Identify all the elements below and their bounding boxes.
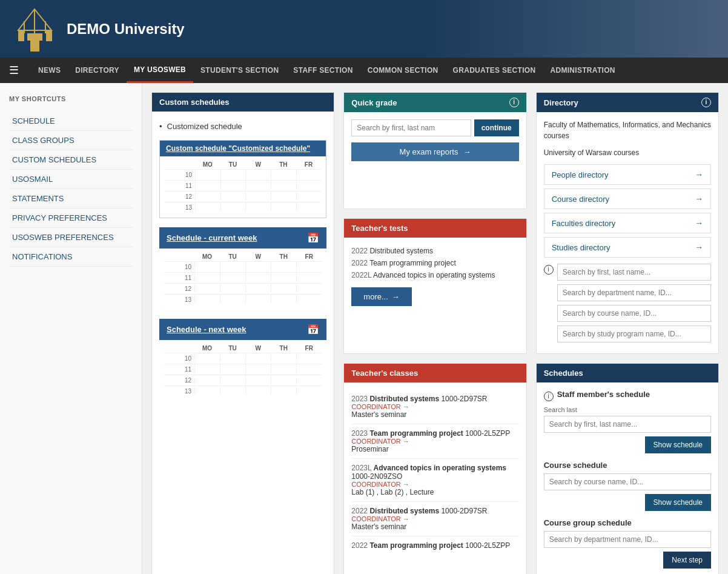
schedules-header: Schedules xyxy=(537,364,718,382)
nxt-cal-row-13: 13 xyxy=(164,385,322,396)
class-coordinator-1[interactable]: COORDINATOR → xyxy=(351,438,518,445)
test-year-1: 2022 xyxy=(351,259,368,267)
cur-cal-row-11: 11 xyxy=(164,272,322,283)
schedule-current-week-header[interactable]: Schedule - current week 📅 xyxy=(159,227,326,249)
directory-header: Directory i xyxy=(537,93,718,112)
sidebar-item-schedule[interactable]: SCHEDULE xyxy=(9,112,133,131)
group-schedule-search-input[interactable] xyxy=(544,531,711,548)
main-nav: ☰ NEWS DIRECTORY MY USOSWEB STUDENT'S SE… xyxy=(0,58,728,83)
search-by-course-input[interactable] xyxy=(557,305,711,322)
nav-graduates-section[interactable]: GRADUATES SECTION xyxy=(446,58,543,83)
sidebar-item-class-groups[interactable]: CLASS GROUPS xyxy=(9,131,133,150)
class-code-3: 1000-2D97SR xyxy=(441,507,487,515)
sidebar-item-privacy-preferences[interactable]: PRIVACY PREFERENCES xyxy=(9,209,133,228)
teachers-classes-card: Teacher's classes 2023 Distributed syste… xyxy=(343,363,526,574)
schedule-current-week-link[interactable]: Schedule - current week xyxy=(167,233,257,242)
class-name-4: Team programming project xyxy=(369,541,463,550)
nav-directory[interactable]: DIRECTORY xyxy=(68,58,127,83)
header: DEMO University xyxy=(0,0,728,58)
people-directory-link[interactable]: People directory → xyxy=(544,164,711,185)
schedules-card: Schedules i Staff member's schedule Sear… xyxy=(536,363,719,574)
custom-schedules-title: Custom schedules xyxy=(159,98,230,107)
nav-common-section[interactable]: COMMON SECTION xyxy=(360,58,446,83)
class-coordinator-3[interactable]: COORDINATOR → xyxy=(351,515,518,522)
schedule-next-week-header[interactable]: Schedule - next week 📅 xyxy=(159,319,326,340)
quick-grade-info-icon[interactable]: i xyxy=(509,98,519,107)
teachers-tests-body: 2022 Distributed systems 2022 Team progr… xyxy=(344,238,526,313)
hamburger-icon[interactable]: ☰ xyxy=(6,61,22,80)
class-type-3: Master's seminar xyxy=(351,522,518,531)
directory-search-section: i xyxy=(544,264,711,346)
teachers-tests-card: Teacher's tests 2022 Distributed systems… xyxy=(343,218,526,354)
staff-schedule-search-input[interactable] xyxy=(544,416,711,433)
nav-my-usosweb[interactable]: MY USOSWEB xyxy=(127,58,193,83)
search-by-department-input[interactable] xyxy=(557,284,711,301)
test-name-1: Team programming project xyxy=(369,259,456,267)
custom-schedule-item[interactable]: Customized schedule xyxy=(159,119,326,134)
class-code-2: 1000-2N09ZSO xyxy=(351,472,402,481)
svg-rect-8 xyxy=(18,30,24,41)
search-by-study-input[interactable] xyxy=(557,325,711,342)
test-item-1: 2022 Team programming project xyxy=(351,257,518,269)
schedules-body: i Staff member's schedule Search last Sh… xyxy=(537,382,718,574)
custom-schedule-sub-header[interactable]: Custom schedule "Customized schedule" xyxy=(160,141,326,156)
search-last-label: Search last xyxy=(544,406,711,413)
directory-desc-line1: Faculty of Mathematics, Informatics, and… xyxy=(544,119,711,141)
more-button[interactable]: more... → xyxy=(351,287,411,306)
class-coordinator-0[interactable]: COORDINATOR → xyxy=(351,403,518,410)
class-coordinator-2[interactable]: COORDINATOR → xyxy=(351,481,518,488)
nav-student-section[interactable]: STUDENT'S SECTION xyxy=(193,58,286,83)
class-name-0: Distributed systems xyxy=(369,395,439,403)
group-next-step-button[interactable]: Next step xyxy=(663,552,711,569)
sidebar-item-custom-schedules[interactable]: CUSTOM SCHEDULES xyxy=(9,150,133,170)
course-schedule-search-input[interactable] xyxy=(544,473,711,490)
current-cal-header: MO TU W TH FR xyxy=(164,253,322,260)
class-code-4: 1000-2L5ZPP xyxy=(465,541,510,550)
sidebar-item-notifications[interactable]: NOTIFICATIONS xyxy=(9,247,133,267)
custom-schedules-body: Customized schedule Custom schedule "Cus… xyxy=(152,112,334,409)
test-name-2: Advanced topics in operating systems xyxy=(373,271,495,279)
faculties-directory-link[interactable]: Faculties directory → xyxy=(544,213,711,233)
cur-cal-row-12: 12 xyxy=(164,283,322,294)
custom-schedule-calendar: MO TU W TH FR 10 xyxy=(160,156,326,218)
teachers-classes-header: Teacher's classes xyxy=(344,364,526,382)
directory-info-icon[interactable]: i xyxy=(701,98,711,107)
university-title: DEMO University xyxy=(67,21,185,38)
nav-news[interactable]: NEWS xyxy=(31,58,68,83)
course-show-schedule-button[interactable]: Show schedule xyxy=(645,494,711,511)
studies-directory-arrow-icon: → xyxy=(695,242,703,252)
schedule-next-week-link[interactable]: Schedule - next week xyxy=(167,325,247,334)
quick-grade-header: Quick grade i xyxy=(344,93,526,112)
nav-administration[interactable]: ADMINISTRATION xyxy=(543,58,622,83)
cal-row-11: 11 xyxy=(165,180,321,191)
directory-search-info-icon[interactable]: i xyxy=(544,265,554,275)
staff-schedule-title: Staff member's schedule xyxy=(557,390,650,399)
cur-cal-row-13: 13 xyxy=(164,294,322,305)
class-item-3: 2022 Distributed systems 1000-2D97SR COO… xyxy=(351,502,518,536)
sidebar-item-usosweb-preferences[interactable]: USOSWEB PREFERENCES xyxy=(9,228,133,247)
search-by-name-input[interactable] xyxy=(557,264,711,281)
course-directory-link[interactable]: Course directory → xyxy=(544,189,711,209)
nxt-cal-row-10: 10 xyxy=(164,353,322,364)
svg-rect-1 xyxy=(30,39,39,52)
teachers-tests-header: Teacher's tests xyxy=(344,219,526,238)
nav-staff-section[interactable]: STAFF SECTION xyxy=(286,58,360,83)
quick-grade-card: Quick grade i continue My exam reports → xyxy=(343,92,526,209)
quick-grade-continue-button[interactable]: continue xyxy=(474,119,519,136)
course-directory-label: Course directory xyxy=(552,195,609,204)
sidebar-item-usosmail[interactable]: USOSMAIL xyxy=(9,170,133,189)
arrow-right-icon: → xyxy=(463,147,471,156)
exam-reports-button[interactable]: My exam reports → xyxy=(351,142,518,161)
svg-rect-9 xyxy=(46,30,52,41)
directory-title: Directory xyxy=(544,98,578,107)
staff-schedule-info-icon[interactable]: i xyxy=(544,392,554,401)
cal-row-10: 10 xyxy=(165,169,321,180)
cal-row-12: 12 xyxy=(165,191,321,202)
quick-grade-search-input[interactable] xyxy=(351,119,471,136)
staff-show-schedule-button[interactable]: Show schedule xyxy=(645,436,711,453)
studies-directory-link[interactable]: Studies directory → xyxy=(544,237,711,258)
sidebar-item-statements[interactable]: STATEMENTS xyxy=(9,189,133,209)
faculties-directory-arrow-icon: → xyxy=(695,218,703,228)
custom-schedule-sub-card: Custom schedule "Customized schedule" MO… xyxy=(159,140,326,218)
class-type-0: Master's seminar xyxy=(351,410,518,419)
